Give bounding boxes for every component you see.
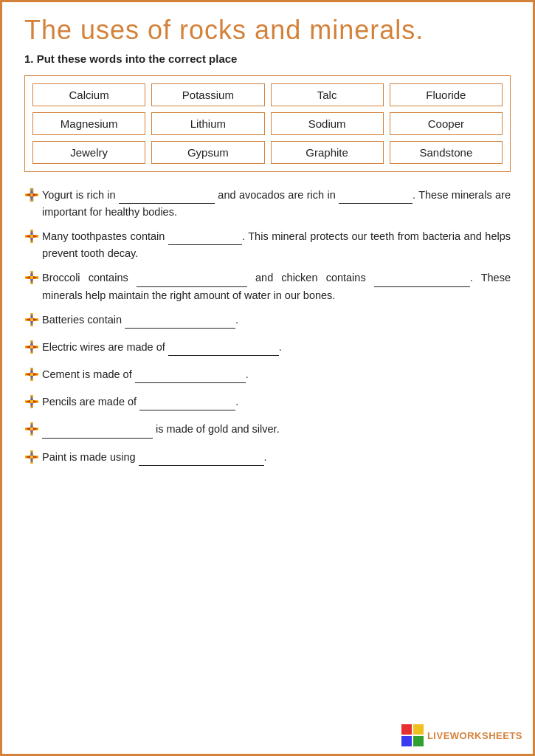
word-box-7: Cooper [390,112,503,135]
word-box-10: Graphite [271,141,384,164]
sentence-1-text: Yogurt is rich in and avocados are rich … [42,187,511,221]
svg-rect-58 [413,736,424,746]
word-box-1: Potassium [151,83,264,106]
instruction-number: 1. [24,52,34,65]
word-box-3: Fluoride [390,83,503,106]
word-box-11: Sandstone [390,141,503,164]
sentence-7-text: Pencils are made of . [42,394,511,410]
sentence-8-text: is made of gold and silver. [42,421,511,438]
sentence-6: Cement is made of . [24,366,511,386]
liveworksheets-label: LIVEWORKSHEETS [427,730,522,741]
word-box-6: Sodium [271,112,384,135]
blank-1-1[interactable] [119,192,215,204]
blank-9-1[interactable] [139,454,264,466]
svg-rect-57 [401,736,412,746]
word-box-2: Talc [271,83,384,106]
bullet-icon-4 [24,313,39,331]
sentence-3: Broccoli contains and chicken contains .… [24,269,511,303]
bullet-icon-9 [24,450,39,469]
blank-7-1[interactable] [139,399,235,410]
bullet-icon-8 [24,422,39,441]
liveworksheets-logo-icon [401,724,424,746]
blank-5-1[interactable] [168,344,279,356]
sentence-5: Electric wires are made of . [24,339,511,359]
sentences-container: Yogurt is rich in and avocados are rich … [24,187,511,469]
sentence-3-text: Broccoli contains and chicken contains .… [42,269,511,303]
sentence-1: Yogurt is rich in and avocados are rich … [24,187,511,221]
blank-8-1[interactable] [42,427,153,439]
sentence-8: is made of gold and silver. [24,421,511,441]
word-box-5: Lithium [151,112,264,135]
instruction-text: Put these words into the correct place [37,52,238,65]
sentence-2: Many toothpastes contain . This mineral … [24,228,511,262]
blank-3-2[interactable] [374,275,470,287]
blank-3-1[interactable] [137,275,247,287]
svg-rect-56 [413,724,424,735]
sentence-7: Pencils are made of . [24,394,511,413]
page-title: The uses of rocks and minerals. [24,16,511,45]
liveworksheets-branding: LIVEWORKSHEETS [401,724,522,746]
blank-2-1[interactable] [168,233,242,245]
blank-4-1[interactable] [125,317,235,329]
bullet-icon-2 [24,230,39,248]
page: The uses of rocks and minerals. 1. Put t… [0,0,535,756]
sentence-6-text: Cement is made of . [42,366,511,383]
blank-1-2[interactable] [339,192,413,204]
instruction: 1. Put these words into the correct plac… [24,52,511,65]
word-bank: CalciumPotassiumTalcFluorideMagnesiumLit… [24,75,511,172]
bullet-icon-3 [24,271,39,289]
sentence-9-text: Paint is made using . [42,449,511,466]
svg-rect-55 [401,724,412,735]
bullet-icon-7 [24,395,39,413]
bullet-icon-6 [24,368,39,386]
bullet-icon-5 [24,340,39,359]
sentence-4-text: Batteries contain . [42,312,511,329]
sentence-9: Paint is made using . [24,449,511,469]
word-box-0: Calcium [32,83,145,106]
word-box-9: Gypsum [151,141,264,164]
word-box-4: Magnesium [32,112,145,135]
blank-6-1[interactable] [135,371,246,383]
word-box-8: Jewelry [32,141,145,164]
sentence-2-text: Many toothpastes contain . This mineral … [42,228,511,262]
sentence-4: Batteries contain . [24,312,511,331]
sentence-5-text: Electric wires are made of . [42,339,511,356]
bullet-icon-1 [24,188,39,207]
